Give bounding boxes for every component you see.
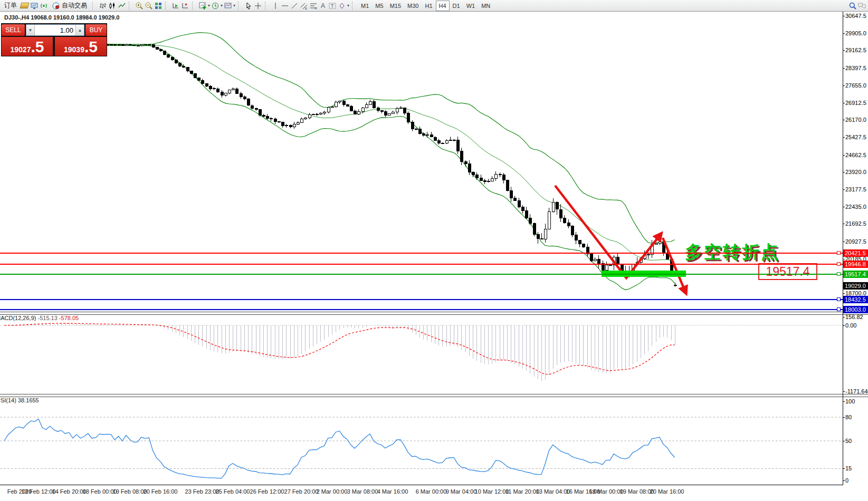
vertical-line-icon[interactable] <box>271 1 280 10</box>
time-label: 14 Feb 20:00 <box>52 488 87 495</box>
new-chart-icon[interactable] <box>198 1 207 10</box>
chart-macd-splitter[interactable] <box>0 312 868 315</box>
line-anchor-square[interactable] <box>837 262 841 266</box>
arrows-icon[interactable] <box>337 1 346 10</box>
timeframe-m5[interactable]: M5 <box>372 1 386 11</box>
bar-chart-icon[interactable] <box>98 1 107 10</box>
axis-tick-dash <box>843 189 845 190</box>
axis-tick-dash <box>843 33 845 34</box>
new-order-button[interactable]: 订单 <box>2 1 20 11</box>
macd-panel[interactable] <box>0 314 843 394</box>
price-tag-18003.0[interactable]: 18003.0 <box>843 306 868 313</box>
equidistant-channel-icon[interactable]: E <box>299 1 308 10</box>
line-chart-icon[interactable] <box>117 1 126 10</box>
time-label: 26 Feb 12:00 <box>250 488 284 495</box>
timeframe-w1[interactable]: W1 <box>463 1 479 11</box>
axis-tick-label: 20927.5 <box>845 238 866 245</box>
rsi-axis-dash <box>843 480 845 481</box>
fibonacci-icon[interactable]: F <box>309 1 318 10</box>
main-chart[interactable] <box>0 12 843 312</box>
timeframe-m15[interactable]: M15 <box>387 1 404 11</box>
sell-button[interactable]: SELL <box>2 24 25 36</box>
time-label: 27 Feb 20:00 <box>284 488 319 495</box>
buy-price-panel[interactable]: 19039 .5 <box>55 37 107 56</box>
signal-icon[interactable] <box>39 1 48 10</box>
price-tag-18432.5[interactable]: 18432.5 <box>843 296 868 303</box>
price-tag-19029.0[interactable]: 19029.0 <box>843 282 868 290</box>
timeframe-m1[interactable]: M1 <box>358 1 372 11</box>
horizontal-line-19946.8[interactable] <box>0 264 843 265</box>
volume-up-button[interactable]: ▲ <box>75 25 84 35</box>
axis-tick-dash <box>843 103 845 103</box>
chat-icon[interactable] <box>857 1 866 10</box>
time-label: 10 Mar 12:00 <box>475 488 509 495</box>
axis-tick-label: 26170.0 <box>845 117 866 123</box>
svg-text:F: F <box>315 7 317 10</box>
rsi-axis-dash <box>843 401 845 402</box>
text-label-icon[interactable]: T <box>328 1 337 10</box>
horizontal-line-20421.5[interactable] <box>0 253 843 254</box>
timeframe-mn[interactable]: MN <box>478 1 493 11</box>
gold-bar-shape <box>20 3 30 8</box>
rsi-panel[interactable] <box>0 396 843 485</box>
line-anchor-square[interactable] <box>837 297 841 301</box>
axis-tick-label: 30647.5 <box>845 13 866 19</box>
candlestick-chart-icon[interactable] <box>108 1 117 10</box>
cursor-icon[interactable] <box>244 1 253 10</box>
crosshair-icon[interactable] <box>253 1 262 10</box>
price-tag-20421.5[interactable]: 20421.5 <box>843 249 868 257</box>
macd-name: MACD(12,26,9) <box>0 315 36 321</box>
macd-axis-dash <box>843 325 845 326</box>
time-label: 20 Feb 16:00 <box>144 488 178 495</box>
horizontal-line-18432.5[interactable] <box>0 299 843 300</box>
arrows-caret-icon[interactable]: ▾ <box>347 3 349 8</box>
macd-rsi-splitter[interactable] <box>0 394 868 397</box>
line-anchor-square[interactable] <box>837 272 841 276</box>
gold-icon[interactable] <box>20 1 29 10</box>
horizontal-line-icon[interactable] <box>280 1 289 10</box>
volume-value[interactable]: 1.00 <box>35 25 75 35</box>
periods-icon[interactable] <box>211 1 220 10</box>
trendline-icon[interactable] <box>290 1 299 10</box>
zoom-in-icon[interactable] <box>135 1 144 10</box>
time-label: 9 Mar 04:00 <box>446 488 477 495</box>
axis-tick-dash <box>843 120 845 120</box>
line-anchor-square[interactable] <box>837 251 841 255</box>
rsi-axis-dash <box>843 417 845 418</box>
rsi-label: RSI(14) 38.1655 <box>0 397 39 403</box>
timeframe-h4[interactable]: H4 <box>436 1 450 11</box>
autotrade-button[interactable]: 自动交易 <box>49 1 90 11</box>
templates-caret-icon[interactable]: ▾ <box>233 3 235 8</box>
buy-button[interactable]: BUY <box>85 24 107 36</box>
price-tag-19946.8[interactable]: 19946.8 <box>843 261 868 268</box>
new-chart-caret-icon[interactable]: ▾ <box>208 3 210 8</box>
price-callout-box[interactable]: 19517.4 <box>758 263 817 280</box>
sell-price-panel[interactable]: 19027 .5 <box>2 37 53 56</box>
toolbar-separator <box>192 2 196 10</box>
axis-tick-label: 28397.5 <box>845 65 866 71</box>
horizontal-line-18003[interactable] <box>0 309 843 310</box>
auto-scroll-icon[interactable] <box>171 1 180 10</box>
periods-caret-icon[interactable]: ▾ <box>221 3 223 8</box>
zoom-out-icon[interactable] <box>144 1 153 10</box>
tile-windows-icon[interactable] <box>154 1 163 10</box>
horizontal-line-19517.4[interactable] <box>0 274 843 275</box>
templates-icon[interactable] <box>223 1 232 10</box>
terminal-icon[interactable] <box>30 1 39 10</box>
chart-shift-icon[interactable] <box>180 1 189 10</box>
search-icon[interactable] <box>848 1 857 10</box>
axis-tick-dash <box>843 293 845 294</box>
axis-tick-dash <box>843 68 845 69</box>
timeframe-h1[interactable]: H1 <box>422 1 435 11</box>
volume-down-button[interactable]: ▼ <box>26 25 35 35</box>
timeframe-d1[interactable]: D1 <box>450 1 463 11</box>
text-icon[interactable]: A <box>318 1 327 10</box>
rsi-axis-dash <box>843 441 845 441</box>
axis-tick-label: 29905.0 <box>845 30 866 36</box>
line-anchor-square[interactable] <box>837 307 841 311</box>
price-tag-19517.4[interactable]: 19517.4 <box>843 271 868 278</box>
svg-text:T: T <box>331 3 334 8</box>
timeframe-m30[interactable]: M30 <box>404 1 422 11</box>
svg-text:A: A <box>321 2 325 9</box>
time-label: 19 Mar 08:00 <box>620 488 654 495</box>
